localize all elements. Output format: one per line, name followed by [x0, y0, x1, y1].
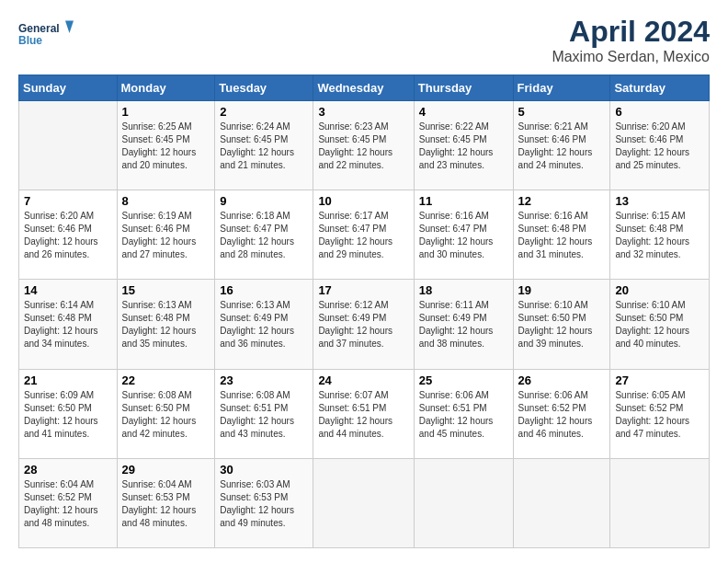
day-info: Sunrise: 6:13 AM Sunset: 6:48 PM Dayligh…	[122, 299, 210, 350]
day-info: Sunrise: 6:13 AM Sunset: 6:49 PM Dayligh…	[220, 299, 308, 350]
day-number: 28	[24, 463, 112, 477]
day-number: 3	[318, 105, 408, 119]
day-number: 7	[24, 194, 112, 208]
day-info: Sunrise: 6:04 AM Sunset: 6:53 PM Dayligh…	[122, 478, 210, 530]
logo: General Blue	[18, 15, 74, 52]
day-number: 18	[419, 283, 508, 297]
calendar-cell	[414, 458, 513, 547]
subtitle: Maximo Serdan, Mexico	[552, 49, 710, 65]
calendar-cell: 16Sunrise: 6:13 AM Sunset: 6:49 PM Dayli…	[215, 280, 313, 369]
calendar-cell: 25Sunrise: 6:06 AM Sunset: 6:51 PM Dayli…	[414, 369, 513, 458]
day-number: 29	[122, 463, 210, 477]
header-thursday: Thursday	[414, 75, 513, 101]
day-number: 10	[318, 194, 408, 208]
header: General Blue April 2024 Maximo Serdan, M…	[18, 15, 710, 65]
calendar-cell: 1Sunrise: 6:25 AM Sunset: 6:45 PM Daylig…	[117, 101, 215, 190]
header-monday: Monday	[117, 75, 215, 101]
calendar-cell: 9Sunrise: 6:18 AM Sunset: 6:47 PM Daylig…	[215, 190, 313, 280]
calendar-cell: 20Sunrise: 6:10 AM Sunset: 6:50 PM Dayli…	[610, 280, 710, 369]
week-row-1: 1Sunrise: 6:25 AM Sunset: 6:45 PM Daylig…	[19, 101, 710, 190]
day-number: 14	[24, 283, 112, 297]
logo-svg: General Blue	[18, 15, 74, 52]
day-number: 12	[518, 194, 606, 208]
day-info: Sunrise: 6:20 AM Sunset: 6:46 PM Dayligh…	[615, 121, 704, 172]
day-number: 11	[419, 194, 508, 208]
calendar-cell: 3Sunrise: 6:23 AM Sunset: 6:45 PM Daylig…	[313, 101, 414, 190]
day-info: Sunrise: 6:06 AM Sunset: 6:52 PM Dayligh…	[518, 389, 606, 441]
day-number: 1	[122, 105, 210, 119]
calendar-cell: 24Sunrise: 6:07 AM Sunset: 6:51 PM Dayli…	[313, 369, 414, 458]
calendar-cell: 30Sunrise: 6:03 AM Sunset: 6:53 PM Dayli…	[215, 458, 313, 547]
day-info: Sunrise: 6:07 AM Sunset: 6:51 PM Dayligh…	[318, 389, 408, 441]
header-sunday: Sunday	[19, 75, 118, 101]
header-wednesday: Wednesday	[313, 75, 414, 101]
day-info: Sunrise: 6:21 AM Sunset: 6:46 PM Dayligh…	[518, 121, 606, 172]
calendar-cell: 22Sunrise: 6:08 AM Sunset: 6:50 PM Dayli…	[117, 369, 215, 458]
calendar-cell: 29Sunrise: 6:04 AM Sunset: 6:53 PM Dayli…	[117, 458, 215, 547]
day-number: 6	[615, 105, 704, 119]
svg-marker-2	[65, 21, 74, 34]
calendar-cell	[513, 458, 610, 547]
calendar-cell: 14Sunrise: 6:14 AM Sunset: 6:48 PM Dayli…	[19, 280, 118, 369]
day-number: 19	[518, 283, 606, 297]
calendar-cell: 15Sunrise: 6:13 AM Sunset: 6:48 PM Dayli…	[117, 280, 215, 369]
day-number: 27	[615, 373, 704, 387]
day-number: 21	[24, 373, 112, 387]
day-info: Sunrise: 6:09 AM Sunset: 6:50 PM Dayligh…	[24, 389, 112, 441]
header-saturday: Saturday	[610, 75, 710, 101]
day-info: Sunrise: 6:16 AM Sunset: 6:48 PM Dayligh…	[518, 210, 606, 261]
day-info: Sunrise: 6:06 AM Sunset: 6:51 PM Dayligh…	[419, 389, 508, 441]
calendar-cell: 10Sunrise: 6:17 AM Sunset: 6:47 PM Dayli…	[313, 190, 414, 280]
week-row-2: 7Sunrise: 6:20 AM Sunset: 6:46 PM Daylig…	[19, 190, 710, 280]
day-info: Sunrise: 6:16 AM Sunset: 6:47 PM Dayligh…	[419, 210, 508, 261]
calendar-cell: 26Sunrise: 6:06 AM Sunset: 6:52 PM Dayli…	[513, 369, 610, 458]
day-number: 13	[615, 194, 704, 208]
day-number: 17	[318, 283, 408, 297]
day-number: 2	[220, 105, 308, 119]
day-info: Sunrise: 6:10 AM Sunset: 6:50 PM Dayligh…	[615, 299, 704, 350]
svg-text:Blue: Blue	[18, 34, 42, 47]
header-friday: Friday	[513, 75, 610, 101]
week-row-5: 28Sunrise: 6:04 AM Sunset: 6:52 PM Dayli…	[19, 458, 710, 547]
calendar-cell: 12Sunrise: 6:16 AM Sunset: 6:48 PM Dayli…	[513, 190, 610, 280]
main-title: April 2024	[552, 15, 710, 49]
day-number: 9	[220, 194, 308, 208]
day-info: Sunrise: 6:20 AM Sunset: 6:46 PM Dayligh…	[24, 210, 112, 261]
day-info: Sunrise: 6:03 AM Sunset: 6:53 PM Dayligh…	[220, 478, 308, 530]
day-info: Sunrise: 6:14 AM Sunset: 6:48 PM Dayligh…	[24, 299, 112, 350]
day-number: 30	[220, 463, 308, 477]
calendar-cell: 23Sunrise: 6:08 AM Sunset: 6:51 PM Dayli…	[215, 369, 313, 458]
day-number: 26	[518, 373, 606, 387]
calendar-cell: 19Sunrise: 6:10 AM Sunset: 6:50 PM Dayli…	[513, 280, 610, 369]
day-number: 4	[419, 105, 508, 119]
day-number: 5	[518, 105, 606, 119]
day-number: 24	[318, 373, 408, 387]
calendar-cell: 17Sunrise: 6:12 AM Sunset: 6:49 PM Dayli…	[313, 280, 414, 369]
week-row-3: 14Sunrise: 6:14 AM Sunset: 6:48 PM Dayli…	[19, 280, 710, 369]
calendar-cell: 8Sunrise: 6:19 AM Sunset: 6:46 PM Daylig…	[117, 190, 215, 280]
day-info: Sunrise: 6:18 AM Sunset: 6:47 PM Dayligh…	[220, 210, 308, 261]
day-number: 20	[615, 283, 704, 297]
week-row-4: 21Sunrise: 6:09 AM Sunset: 6:50 PM Dayli…	[19, 369, 710, 458]
day-info: Sunrise: 6:23 AM Sunset: 6:45 PM Dayligh…	[318, 121, 408, 172]
calendar-cell: 28Sunrise: 6:04 AM Sunset: 6:52 PM Dayli…	[19, 458, 118, 547]
header-tuesday: Tuesday	[215, 75, 313, 101]
day-info: Sunrise: 6:17 AM Sunset: 6:47 PM Dayligh…	[318, 210, 408, 261]
day-info: Sunrise: 6:08 AM Sunset: 6:50 PM Dayligh…	[122, 389, 210, 441]
day-info: Sunrise: 6:12 AM Sunset: 6:49 PM Dayligh…	[318, 299, 408, 350]
day-info: Sunrise: 6:15 AM Sunset: 6:48 PM Dayligh…	[615, 210, 704, 261]
calendar-cell: 2Sunrise: 6:24 AM Sunset: 6:45 PM Daylig…	[215, 101, 313, 190]
calendar-cell: 4Sunrise: 6:22 AM Sunset: 6:45 PM Daylig…	[414, 101, 513, 190]
calendar-cell	[610, 458, 710, 547]
calendar-cell	[19, 101, 118, 190]
day-info: Sunrise: 6:10 AM Sunset: 6:50 PM Dayligh…	[518, 299, 606, 350]
day-info: Sunrise: 6:24 AM Sunset: 6:45 PM Dayligh…	[220, 121, 308, 172]
calendar-cell: 5Sunrise: 6:21 AM Sunset: 6:46 PM Daylig…	[513, 101, 610, 190]
day-info: Sunrise: 6:11 AM Sunset: 6:49 PM Dayligh…	[419, 299, 508, 350]
calendar-cell: 11Sunrise: 6:16 AM Sunset: 6:47 PM Dayli…	[414, 190, 513, 280]
header-row: SundayMondayTuesdayWednesdayThursdayFrid…	[19, 75, 710, 101]
calendar-cell: 27Sunrise: 6:05 AM Sunset: 6:52 PM Dayli…	[610, 369, 710, 458]
day-info: Sunrise: 6:05 AM Sunset: 6:52 PM Dayligh…	[615, 389, 704, 441]
day-info: Sunrise: 6:04 AM Sunset: 6:52 PM Dayligh…	[24, 478, 112, 530]
day-info: Sunrise: 6:08 AM Sunset: 6:51 PM Dayligh…	[220, 389, 308, 441]
